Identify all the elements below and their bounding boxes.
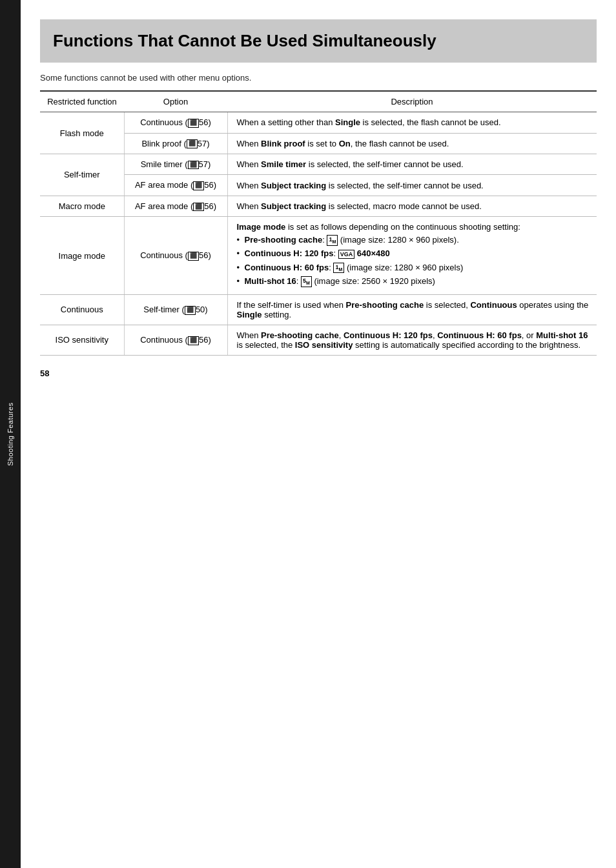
title-section: Functions That Cannot Be Used Simultaneo… — [40, 19, 597, 63]
list-item: Continuous H: 60 fps: 1M (image size: 12… — [237, 262, 591, 274]
table-row: Blink proof (⬛57) When Blink proof is se… — [40, 133, 597, 154]
header-option: Option — [124, 91, 227, 112]
table-row: Flash mode Continuous (⬛56) When a setti… — [40, 112, 597, 133]
option-self-timer-cont: Self-timer (⬛50) — [124, 294, 227, 325]
list-item: Continuous H: 120 fps: VGA 640×480 — [237, 248, 591, 259]
restricted-macro-mode: Macro mode — [40, 196, 124, 216]
sidebar-label: Shooting Features — [6, 402, 14, 465]
header-description: Description — [227, 91, 597, 112]
option-blink-proof: Blink proof (⬛57) — [124, 133, 227, 154]
desc-flash-continuous: When a setting other than Single is sele… — [227, 112, 597, 133]
list-item: Multi-shot 16: 5M (image size: 2560 × 19… — [237, 276, 591, 287]
table-row: AF area mode (⬛56) When Subject tracking… — [40, 175, 597, 196]
option-continuous-56: Continuous (⬛56) — [124, 112, 227, 133]
restricted-image-mode: Image mode — [40, 217, 124, 295]
restricted-iso: ISO sensitivity — [40, 325, 124, 355]
table-row: Image mode Continuous (⬛56) Image mode i… — [40, 217, 597, 295]
page-title: Functions That Cannot Be Used Simultaneo… — [53, 31, 584, 51]
restricted-self-timer: Self-timer — [40, 154, 124, 196]
desc-blink-proof: When Blink proof is set to On, the flash… — [227, 133, 597, 154]
table-row: Self-timer Smile timer (⬛57) When Smile … — [40, 154, 597, 175]
table-row: Macro mode AF area mode (⬛56) When Subje… — [40, 196, 597, 216]
table-header-row: Restricted function Option Description — [40, 91, 597, 112]
restricted-flash-mode: Flash mode — [40, 112, 124, 154]
option-continuous-image: Continuous (⬛56) — [124, 217, 227, 295]
option-continuous-iso: Continuous (⬛56) — [124, 325, 227, 355]
table-row: ISO sensitivity Continuous (⬛56) When Pr… — [40, 325, 597, 355]
page-number: 58 — [40, 368, 597, 378]
desc-smile-timer: When Smile timer is selected, the self-t… — [227, 154, 597, 175]
subtitle: Some functions cannot be used with other… — [40, 73, 597, 83]
main-content: Functions That Cannot Be Used Simultaneo… — [21, 0, 616, 868]
desc-continuous: If the self-timer is used when Pre-shoot… — [227, 294, 597, 325]
option-smile-timer: Smile timer (⬛57) — [124, 154, 227, 175]
list-item: Pre-shooting cache: 1M (image size: 1280… — [237, 234, 591, 246]
desc-iso: When Pre-shooting cache, Continuous H: 1… — [227, 325, 597, 355]
header-restricted: Restricted function — [40, 91, 124, 112]
sidebar: Shooting Features — [0, 0, 21, 868]
restricted-continuous: Continuous — [40, 294, 124, 325]
option-af-area-macro: AF area mode (⬛56) — [124, 196, 227, 216]
functions-table: Restricted function Option Description F… — [40, 90, 597, 356]
table-row: Continuous Self-timer (⬛50) If the self-… — [40, 294, 597, 325]
desc-af-area-macro: When Subject tracking is selected, macro… — [227, 196, 597, 216]
option-af-area-self: AF area mode (⬛56) — [124, 175, 227, 196]
image-mode-list: Pre-shooting cache: 1M (image size: 1280… — [237, 234, 591, 287]
desc-af-area-self: When Subject tracking is selected, the s… — [227, 175, 597, 196]
desc-image-mode: Image mode is set as follows depending o… — [227, 217, 597, 295]
